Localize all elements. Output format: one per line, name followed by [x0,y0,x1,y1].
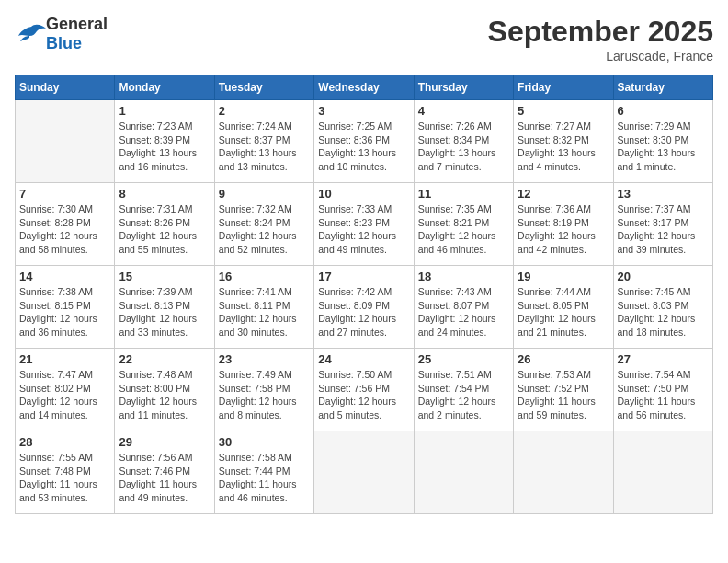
calendar-cell: 10Sunrise: 7:33 AM Sunset: 8:23 PM Dayli… [314,183,414,266]
day-info: Sunrise: 7:35 AM Sunset: 8:21 PM Dayligh… [418,202,509,257]
calendar-cell: 27Sunrise: 7:54 AM Sunset: 7:50 PM Dayli… [613,349,712,431]
day-info: Sunrise: 7:56 AM Sunset: 7:46 PM Dayligh… [119,451,210,505]
day-info: Sunrise: 7:50 AM Sunset: 7:56 PM Dayligh… [318,368,409,422]
day-number: 23 [219,352,310,366]
calendar-cell [514,431,613,514]
calendar-cell: 2Sunrise: 7:24 AM Sunset: 8:37 PM Daylig… [214,100,313,183]
day-number: 9 [219,187,310,201]
calendar-cell: 11Sunrise: 7:35 AM Sunset: 8:21 PM Dayli… [414,183,513,266]
calendar-cell [16,100,115,183]
day-info: Sunrise: 7:24 AM Sunset: 8:37 PM Dayligh… [219,120,310,174]
calendar-cell: 14Sunrise: 7:38 AM Sunset: 8:15 PM Dayli… [16,266,115,349]
calendar-cell: 28Sunrise: 7:55 AM Sunset: 7:48 PM Dayli… [16,431,115,514]
day-number: 24 [318,352,409,366]
day-number: 30 [219,435,310,449]
calendar-cell: 9Sunrise: 7:32 AM Sunset: 8:24 PM Daylig… [214,183,313,266]
calendar-table: SundayMondayTuesdayWednesdayThursdayFrid… [15,75,713,514]
day-info: Sunrise: 7:37 AM Sunset: 8:17 PM Dayligh… [618,202,709,257]
calendar-cell: 29Sunrise: 7:56 AM Sunset: 7:46 PM Dayli… [115,431,214,514]
calendar-cell: 12Sunrise: 7:36 AM Sunset: 8:19 PM Dayli… [514,183,613,266]
day-info: Sunrise: 7:48 AM Sunset: 8:00 PM Dayligh… [119,368,210,422]
day-info: Sunrise: 7:23 AM Sunset: 8:39 PM Dayligh… [119,120,210,174]
day-info: Sunrise: 7:43 AM Sunset: 8:07 PM Dayligh… [418,285,509,339]
day-number: 27 [618,352,709,366]
calendar-cell: 21Sunrise: 7:47 AM Sunset: 8:02 PM Dayli… [16,349,115,431]
calendar-cell: 25Sunrise: 7:51 AM Sunset: 7:54 PM Dayli… [414,349,513,431]
calendar-cell: 15Sunrise: 7:39 AM Sunset: 8:13 PM Dayli… [115,266,214,349]
calendar-cell: 23Sunrise: 7:49 AM Sunset: 7:58 PM Dayli… [214,349,313,431]
day-number: 28 [19,435,110,449]
header-wednesday: Wednesday [314,75,414,100]
logo-text: General Blue [46,15,108,53]
day-info: Sunrise: 7:30 AM Sunset: 8:28 PM Dayligh… [19,202,110,257]
day-info: Sunrise: 7:26 AM Sunset: 8:34 PM Dayligh… [418,120,509,174]
calendar-cell: 19Sunrise: 7:44 AM Sunset: 8:05 PM Dayli… [514,266,613,349]
calendar-cell: 7Sunrise: 7:30 AM Sunset: 8:28 PM Daylig… [16,183,115,266]
day-info: Sunrise: 7:54 AM Sunset: 7:50 PM Dayligh… [618,368,709,422]
calendar-cell: 8Sunrise: 7:31 AM Sunset: 8:26 PM Daylig… [115,183,214,266]
calendar-cell [613,431,712,514]
day-info: Sunrise: 7:38 AM Sunset: 8:15 PM Dayligh… [19,285,110,339]
day-number: 10 [318,187,409,201]
day-number: 7 [19,187,110,201]
day-info: Sunrise: 7:45 AM Sunset: 8:03 PM Dayligh… [618,285,709,339]
day-info: Sunrise: 7:51 AM Sunset: 7:54 PM Dayligh… [418,368,509,422]
calendar-week-row: 1Sunrise: 7:23 AM Sunset: 8:39 PM Daylig… [16,100,713,183]
day-info: Sunrise: 7:29 AM Sunset: 8:30 PM Dayligh… [618,120,709,174]
calendar-week-row: 7Sunrise: 7:30 AM Sunset: 8:28 PM Daylig… [16,183,713,266]
header-saturday: Saturday [613,75,712,100]
day-number: 16 [219,270,310,283]
logo-general: General [46,15,108,34]
logo-bird-icon [15,23,42,45]
day-number: 21 [19,352,110,366]
header-friday: Friday [514,75,613,100]
calendar-header-row: SundayMondayTuesdayWednesdayThursdayFrid… [16,75,713,100]
calendar-cell [414,431,513,514]
calendar-cell: 24Sunrise: 7:50 AM Sunset: 7:56 PM Dayli… [314,349,414,431]
calendar-cell: 5Sunrise: 7:27 AM Sunset: 8:32 PM Daylig… [514,100,613,183]
day-info: Sunrise: 7:27 AM Sunset: 8:32 PM Dayligh… [518,120,609,174]
calendar-cell: 16Sunrise: 7:41 AM Sunset: 8:11 PM Dayli… [214,266,313,349]
logo: General Blue [15,15,108,53]
day-info: Sunrise: 7:42 AM Sunset: 8:09 PM Dayligh… [318,285,409,339]
calendar-week-row: 21Sunrise: 7:47 AM Sunset: 8:02 PM Dayli… [16,349,713,431]
day-info: Sunrise: 7:55 AM Sunset: 7:48 PM Dayligh… [19,451,110,505]
day-number: 13 [618,187,709,201]
day-number: 5 [518,104,609,118]
calendar-cell: 17Sunrise: 7:42 AM Sunset: 8:09 PM Dayli… [314,266,414,349]
day-number: 25 [418,352,509,366]
day-number: 12 [518,187,609,201]
day-info: Sunrise: 7:32 AM Sunset: 8:24 PM Dayligh… [219,202,310,257]
calendar-cell: 18Sunrise: 7:43 AM Sunset: 8:07 PM Dayli… [414,266,513,349]
title-block: September 2025 Laruscade, France [488,15,713,63]
day-number: 2 [219,104,310,118]
day-info: Sunrise: 7:41 AM Sunset: 8:11 PM Dayligh… [219,285,310,339]
calendar-cell: 13Sunrise: 7:37 AM Sunset: 8:17 PM Dayli… [613,183,712,266]
calendar-cell: 26Sunrise: 7:53 AM Sunset: 7:52 PM Dayli… [514,349,613,431]
day-number: 19 [518,270,609,283]
calendar-cell [314,431,414,514]
day-info: Sunrise: 7:49 AM Sunset: 7:58 PM Dayligh… [219,368,310,422]
calendar-cell: 6Sunrise: 7:29 AM Sunset: 8:30 PM Daylig… [613,100,712,183]
calendar-cell: 20Sunrise: 7:45 AM Sunset: 8:03 PM Dayli… [613,266,712,349]
day-info: Sunrise: 7:58 AM Sunset: 7:44 PM Dayligh… [219,451,310,505]
day-number: 1 [119,104,210,118]
day-number: 18 [418,270,509,283]
calendar-cell: 22Sunrise: 7:48 AM Sunset: 8:00 PM Dayli… [115,349,214,431]
day-info: Sunrise: 7:36 AM Sunset: 8:19 PM Dayligh… [518,202,609,257]
day-number: 20 [618,270,709,283]
day-number: 3 [318,104,409,118]
day-info: Sunrise: 7:44 AM Sunset: 8:05 PM Dayligh… [518,285,609,339]
header-sunday: Sunday [16,75,115,100]
day-info: Sunrise: 7:47 AM Sunset: 8:02 PM Dayligh… [19,368,110,422]
day-number: 17 [318,270,409,283]
calendar-cell: 30Sunrise: 7:58 AM Sunset: 7:44 PM Dayli… [214,431,313,514]
calendar-cell: 3Sunrise: 7:25 AM Sunset: 8:36 PM Daylig… [314,100,414,183]
calendar-cell: 1Sunrise: 7:23 AM Sunset: 8:39 PM Daylig… [115,100,214,183]
day-number: 8 [119,187,210,201]
day-info: Sunrise: 7:31 AM Sunset: 8:26 PM Dayligh… [119,202,210,257]
day-number: 14 [19,270,110,283]
day-info: Sunrise: 7:53 AM Sunset: 7:52 PM Dayligh… [518,368,609,422]
day-number: 29 [119,435,210,449]
calendar-cell: 4Sunrise: 7:26 AM Sunset: 8:34 PM Daylig… [414,100,513,183]
